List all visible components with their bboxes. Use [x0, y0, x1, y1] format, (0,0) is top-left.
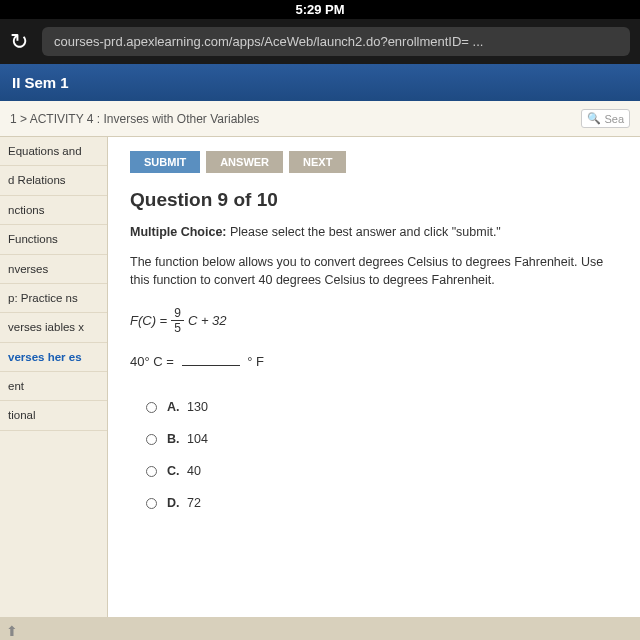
course-header: II Sem 1 [0, 64, 640, 101]
option-row[interactable]: D. 72 [130, 487, 618, 519]
reload-icon[interactable]: ↻ [10, 29, 28, 55]
browser-bar: ↻ courses-prd.apexlearning.com/apps/AceW… [0, 19, 640, 64]
formula-rhs: C + 32 [188, 313, 227, 328]
search-box[interactable]: 🔍 Sea [581, 109, 630, 128]
radio-icon[interactable] [146, 498, 157, 509]
sidebar: Equations andd RelationsnctionsFunctions… [0, 137, 108, 617]
sidebar-item[interactable]: nverses [0, 255, 107, 284]
sidebar-item[interactable]: d Relations [0, 166, 107, 195]
conversion-unit: ° F [247, 354, 264, 369]
radio-icon[interactable] [146, 402, 157, 413]
sidebar-item[interactable]: p: Practice ns [0, 284, 107, 313]
fraction: 9 5 [171, 307, 184, 334]
option-label: D. 72 [167, 496, 201, 510]
fraction-denominator: 5 [174, 321, 181, 334]
sidebar-item[interactable]: Equations and [0, 137, 107, 166]
answer-button[interactable]: ANSWER [206, 151, 283, 173]
option-label: C. 40 [167, 464, 201, 478]
mc-label-bold: Multiple Choice: [130, 225, 227, 239]
search-placeholder: Sea [604, 113, 624, 125]
action-buttons: SUBMIT ANSWER NEXT [130, 151, 618, 173]
up-arrow-icon[interactable]: ⬆ [6, 623, 18, 639]
radio-icon[interactable] [146, 434, 157, 445]
conversion-lhs: 40° C = [130, 354, 174, 369]
content-pane: SUBMIT ANSWER NEXT Question 9 of 10 Mult… [108, 137, 640, 617]
footer-bar: ⬆ [0, 617, 640, 640]
sidebar-item[interactable]: verses her es [0, 343, 107, 372]
page-container: 1 > ACTIVITY 4 : Inverses with Other Var… [0, 101, 640, 640]
submit-button[interactable]: SUBMIT [130, 151, 200, 173]
option-row[interactable]: B. 104 [130, 423, 618, 455]
url-bar[interactable]: courses-prd.apexlearning.com/apps/AceWeb… [42, 27, 630, 56]
clock: 5:29 PM [295, 2, 344, 17]
conversion-prompt: 40° C = ° F [130, 354, 618, 369]
formula: F(C) = 9 5 C + 32 [130, 307, 618, 334]
answer-blank [182, 365, 240, 366]
breadcrumb[interactable]: 1 > ACTIVITY 4 : Inverses with Other Var… [10, 112, 259, 126]
option-row[interactable]: A. 130 [130, 391, 618, 423]
option-label: B. 104 [167, 432, 208, 446]
question-body: The function below allows you to convert… [130, 253, 618, 289]
next-button[interactable]: NEXT [289, 151, 346, 173]
radio-icon[interactable] [146, 466, 157, 477]
fraction-numerator: 9 [171, 307, 184, 321]
mc-label-rest: Please select the best answer and click … [227, 225, 501, 239]
main-area: Equations andd RelationsnctionsFunctions… [0, 137, 640, 617]
option-label: A. 130 [167, 400, 208, 414]
sidebar-item[interactable]: nctions [0, 196, 107, 225]
sidebar-item[interactable]: Functions [0, 225, 107, 254]
multiple-choice-instruction: Multiple Choice: Please select the best … [130, 225, 618, 239]
formula-lhs: F(C) = [130, 313, 167, 328]
option-row[interactable]: C. 40 [130, 455, 618, 487]
breadcrumb-bar: 1 > ACTIVITY 4 : Inverses with Other Var… [0, 101, 640, 137]
sidebar-item[interactable]: tional [0, 401, 107, 430]
status-bar: 5:29 PM [0, 0, 640, 19]
question-title: Question 9 of 10 [130, 189, 618, 211]
sidebar-item[interactable]: verses iables x [0, 313, 107, 342]
sidebar-item[interactable]: ent [0, 372, 107, 401]
search-icon: 🔍 [587, 112, 601, 125]
course-title: II Sem 1 [12, 74, 69, 91]
options-list: A. 130B. 104C. 40D. 72 [130, 391, 618, 519]
